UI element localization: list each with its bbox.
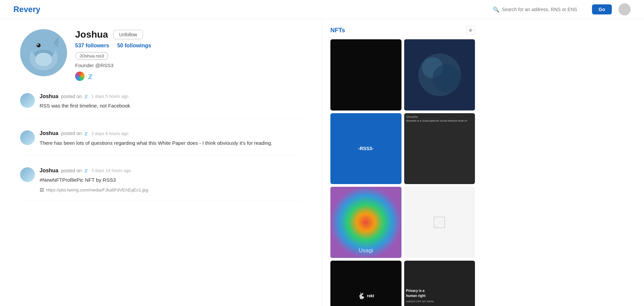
feed-action-3: posted on — [61, 168, 82, 173]
svg-point-5 — [37, 43, 41, 47]
nft-item-7[interactable]: 🐇 rekt — [330, 261, 401, 306]
nft-item-6[interactable] — [404, 187, 475, 258]
feed-image-3: 🖼 https://pbs.twimg.com/media/FJka6FdVEA… — [40, 187, 302, 192]
feed-header-3: Joshua posted on 𝕫 3 days 14 hours ago — [40, 167, 302, 174]
followings-label: followings — [125, 43, 151, 48]
header: Revery 🔍 Go — [0, 0, 644, 19]
feed-header-2: Joshua posted on 𝕫 2 days 8 hours ago — [40, 130, 302, 137]
nfts-section: NFTs ⧾ -RSS3- — [330, 26, 475, 306]
feed-username-3: Joshua — [40, 168, 58, 174]
followers-label: followers — [86, 43, 109, 48]
feed-time-2: 2 days 8 hours ago — [92, 131, 129, 136]
header-avatar-icon — [619, 3, 631, 15]
feed-content-1: Joshua posted on 𝕫 1 days 5 hours ago RS… — [40, 93, 302, 110]
nft-5-svg: Usagi — [330, 187, 401, 258]
profile-name: Joshua — [75, 29, 108, 40]
nft-item-1[interactable] — [330, 39, 401, 111]
right-panel: NFTs ⧾ -RSS3- — [322, 19, 483, 306]
feed-action-1: posted on — [61, 94, 82, 99]
profile-name-row: Joshua Unfollow — [75, 29, 302, 40]
profile-bio: Founder @RSS3 — [75, 62, 302, 68]
globe-icon[interactable] — [75, 72, 85, 81]
go-button[interactable]: Go — [592, 4, 612, 14]
nfts-expand-icon[interactable]: ⧾ — [466, 26, 475, 35]
followings-count: 50 — [117, 43, 123, 48]
followers-count: 537 — [75, 43, 84, 48]
feed-content-2: Joshua posted on 𝕫 2 days 8 hours ago Th… — [40, 130, 302, 147]
profile-stats: 537 followers 50 followings — [75, 43, 302, 49]
header-avatar[interactable] — [619, 3, 631, 15]
nft-item-5[interactable]: Usagi — [330, 187, 401, 258]
logo[interactable]: Revery — [13, 5, 40, 14]
feed-username-1: Joshua — [40, 93, 58, 99]
profile-social-icons: 𝕫 — [75, 72, 302, 81]
feed-avatar-1 — [20, 93, 35, 108]
search-input[interactable] — [502, 7, 589, 12]
svg-text:Usagi: Usagi — [359, 247, 373, 254]
feed-header-1: Joshua posted on 𝕫 1 days 5 hours ago — [40, 93, 302, 99]
feed-avatar-3 — [20, 167, 35, 182]
feed-item-3: Joshua posted on 𝕫 3 days 14 hours ago #… — [20, 167, 302, 201]
followings-stat: 50 followings — [117, 43, 151, 49]
main-layout: Joshua Unfollow 537 followers 50 followi… — [0, 19, 644, 306]
nfts-title: NFTs — [330, 27, 345, 34]
followers-stat: 537 followers — [75, 43, 109, 49]
logo-rest: every — [19, 5, 40, 14]
feed-time-3: 3 days 14 hours ago — [92, 168, 131, 173]
feed-avatar-2 — [20, 130, 35, 145]
svg-point-0 — [619, 3, 631, 15]
profile-section: Joshua Unfollow 537 followers 50 followi… — [20, 29, 302, 81]
nft-2-svg — [404, 39, 475, 111]
profile-info: Joshua Unfollow 537 followers 50 followi… — [75, 29, 302, 81]
profile-avatar — [20, 29, 67, 76]
feed-item-2: Joshua posted on 𝕫 2 days 8 hours ago Th… — [20, 130, 302, 156]
feed-twitter-icon-3: 𝕫 — [85, 167, 88, 174]
nft-item-3[interactable]: -RSS3- — [330, 113, 401, 184]
twitter-icon[interactable]: 𝕫 — [88, 72, 93, 81]
rss3-handle[interactable]: JOshua.rss3 — [75, 52, 108, 60]
nft-6-svg — [426, 209, 453, 236]
feed-text-1: RSS was the first timeline, not Facebook — [40, 102, 302, 110]
feed-content-3: Joshua posted on 𝕫 3 days 14 hours ago #… — [40, 167, 302, 192]
search-icon: 🔍 — [493, 6, 499, 13]
profile-avatar-svg — [20, 29, 67, 76]
feed-text-3: #NewNFTProfilePic NFT by RSS3 — [40, 176, 302, 184]
feed-image-url-3: https://pbs.twimg.com/media/FJka6FdVEAEq… — [46, 187, 148, 192]
nft-grid: -RSS3- ShowMe ShowMe is a Subscriptional… — [330, 39, 475, 306]
feed-username-2: Joshua — [40, 130, 58, 136]
left-panel: Joshua Unfollow 537 followers 50 followi… — [0, 19, 322, 306]
logo-r: R — [13, 5, 19, 14]
nft-item-8[interactable]: Privacy is a human right HANDS OFF MY DA… — [404, 261, 475, 306]
svg-point-6 — [37, 44, 39, 45]
nfts-header: NFTs ⧾ — [330, 26, 475, 35]
feed-item-1: Joshua posted on 𝕫 1 days 5 hours ago RS… — [20, 93, 302, 118]
feed-time-1: 1 days 5 hours ago — [92, 94, 129, 99]
feed-action-2: posted on — [61, 131, 82, 136]
feed-twitter-icon-2: 𝕫 — [85, 130, 88, 137]
image-icon: 🖼 — [40, 187, 44, 192]
search-container: 🔍 Go — [493, 3, 631, 15]
feed-text-2: There has been lots of questions regardi… — [40, 139, 302, 147]
feed-twitter-icon-1: 𝕫 — [85, 93, 88, 99]
svg-point-11 — [35, 53, 52, 66]
unfollow-button[interactable]: Unfollow — [113, 30, 143, 39]
nft-item-4[interactable]: ShowMe ShowMe is a Subscriptional Social… — [404, 113, 475, 184]
nft-item-2[interactable] — [404, 39, 475, 111]
svg-point-15 — [432, 64, 461, 93]
